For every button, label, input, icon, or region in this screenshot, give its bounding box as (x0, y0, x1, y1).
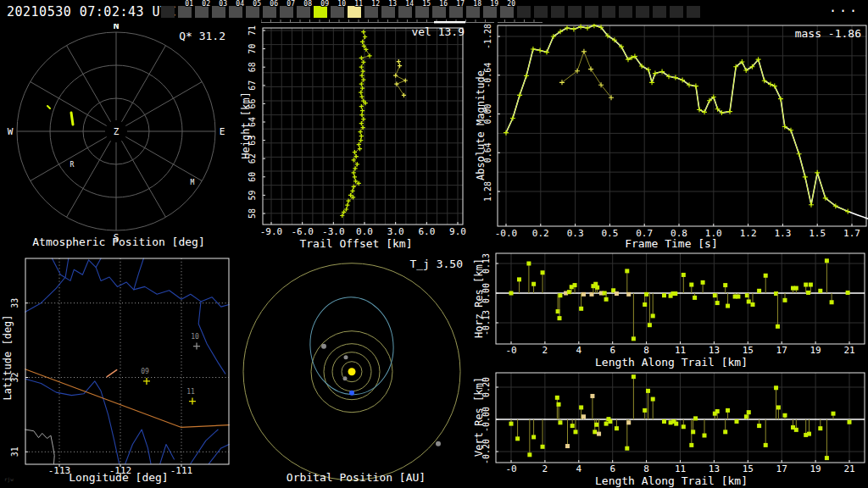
svg-text:19: 19 (810, 345, 821, 356)
frame-thumb-blank[interactable] (517, 6, 531, 18)
panel-atmospheric-position: NNSWEZRM Q* 31.2 Atmospheric Position [d… (0, 24, 237, 251)
frame-thumb-07[interactable]: 07 (280, 6, 293, 18)
svg-text:59: 59 (248, 190, 257, 200)
frame-thumb-blank[interactable] (687, 6, 700, 18)
frame-thumb-10[interactable]: 10 (331, 6, 344, 18)
frame-thumb-01[interactable]: 01 (178, 6, 192, 18)
svg-text:3.0: 3.0 (387, 226, 404, 237)
map-xlabel: Longitude [deg] (0, 471, 237, 484)
svg-text:-9.0: -9.0 (260, 226, 283, 237)
menu-dots[interactable]: ... (829, 0, 860, 15)
svg-text:33: 33 (10, 298, 19, 308)
frame-thumb-05[interactable]: 05 (246, 6, 259, 18)
panel-ground-map: 091011-113-112-111333231 Longitude [deg]… (0, 251, 237, 488)
frame-timeline[interactable] (261, 18, 549, 24)
svg-text:19: 19 (810, 463, 821, 474)
svg-text:11: 11 (675, 463, 686, 474)
meteor-analysis-app: 20210530 07:02:43 UTC 010203040506070809… (0, 0, 868, 488)
svg-text:70: 70 (248, 44, 257, 54)
map-ylabel: Latitude [deg] (2, 314, 14, 400)
svg-text:4: 4 (576, 345, 581, 356)
svg-text:-1.28: -1.28 (483, 24, 492, 49)
svg-text:6: 6 (609, 463, 615, 474)
frame-thumb-blank[interactable] (568, 6, 581, 18)
svg-text:0.0: 0.0 (356, 226, 373, 237)
panel-orbital-position: T_j 3.50 Orbital Position [AU] (237, 251, 475, 488)
top-bar: 20210530 07:02:43 UTC 010203040506070809… (0, 0, 868, 24)
vert-ylabel: Vert Res [km] (473, 377, 485, 457)
frame-thumb-blank[interactable] (551, 6, 565, 18)
frame-thumb-09[interactable]: 09 (314, 6, 327, 18)
svg-text:9.0: 9.0 (449, 226, 466, 237)
svg-text:68: 68 (248, 62, 257, 72)
svg-text:67: 67 (248, 80, 257, 91)
svg-text:17: 17 (776, 463, 787, 474)
frame-thumb-14[interactable]: 14 (398, 6, 412, 18)
horz-xlabel: Length Along Trail [km] (475, 356, 868, 369)
trail-ylabel: Height [km] (240, 92, 252, 158)
vert-res-plot: -024681113151719210.20-0.00-0.20 (475, 369, 868, 488)
planet-jupiter (436, 441, 441, 446)
frame-thumb-blank[interactable] (619, 6, 632, 18)
panel-vertical-residuals: -024681113151719210.20-0.00-0.20 Length … (475, 369, 868, 488)
svg-text:W: W (8, 126, 14, 137)
orbital-title: Orbital Position [AU] (237, 471, 475, 484)
panel-trail-offset: -9.0-6.0-3.00.03.06.09.07170686766646362… (237, 24, 475, 251)
trail-offset-plot: -9.0-6.0-3.00.03.06.09.07170686766646362… (237, 24, 475, 251)
frame-thumb-blank[interactable] (534, 6, 548, 18)
svg-text:6: 6 (609, 345, 615, 356)
frame-thumb-blank[interactable] (653, 6, 666, 18)
mag-ylabel: Absolute Magnitude (475, 70, 487, 180)
planet-mercury (343, 376, 348, 380)
svg-text:60: 60 (248, 172, 257, 182)
svg-text:58: 58 (248, 208, 257, 219)
frame-thumb-04[interactable]: 04 (229, 6, 242, 18)
frame-thumb-blank[interactable] (161, 6, 175, 18)
frame-thumb-16[interactable]: 16 (432, 6, 446, 18)
svg-text:6.0: 6.0 (418, 226, 435, 237)
frame-thumb-blank[interactable] (602, 6, 615, 18)
frame-thumb-20[interactable]: 20 (500, 6, 514, 18)
svg-text:E: E (220, 126, 225, 137)
frame-thumb-18[interactable]: 18 (466, 6, 480, 18)
frame-thumb-blank[interactable] (636, 6, 649, 18)
frame-thumb-13[interactable]: 13 (381, 6, 395, 18)
svg-text:-6.0: -6.0 (291, 226, 314, 237)
frame-thumb-blank[interactable] (585, 6, 598, 18)
svg-text:71: 71 (248, 25, 257, 36)
frame-thumb-12[interactable]: 12 (364, 6, 378, 18)
frame-thumb-06[interactable]: 06 (263, 6, 276, 18)
frame-thumb-11[interactable]: 11 (348, 6, 361, 18)
trail-xlabel: Trail Offset [km] (237, 237, 475, 250)
svg-text:4: 4 (576, 463, 581, 474)
frame-thumb-19[interactable]: 19 (483, 6, 497, 18)
frame-thumb-02[interactable]: 02 (195, 6, 209, 18)
svg-text:Z: Z (114, 126, 120, 137)
tisserand-annotation: T_j 3.50 (409, 258, 463, 270)
frame-thumb-17[interactable]: 17 (449, 6, 463, 18)
svg-text:N: N (114, 24, 120, 31)
svg-text:13: 13 (709, 463, 720, 474)
sun (348, 368, 356, 375)
svg-text:10: 10 (191, 333, 199, 341)
light-curve-plot: -0.00.20.30.50.70.81.01.21.31.51.7-1.28-… (475, 24, 868, 251)
horz-ylabel: Horz Res [km] (473, 258, 485, 338)
svg-text:1.28: 1.28 (483, 181, 492, 202)
frame-thumb-03[interactable]: 03 (212, 6, 225, 18)
frame-thumb-15[interactable]: 15 (415, 6, 429, 18)
svg-text:8: 8 (643, 463, 649, 474)
frame-thumb-blank[interactable] (670, 6, 683, 18)
svg-text:-3.0: -3.0 (322, 226, 345, 237)
timestamp: 20210530 07:02:43 UTC (7, 4, 176, 19)
svg-text:21: 21 (843, 463, 854, 474)
mass-annotation: mass -1.86 (795, 27, 861, 40)
svg-text:-0: -0 (505, 345, 516, 356)
planet-earth (349, 391, 354, 396)
svg-text:21: 21 (843, 345, 854, 356)
frame-thumb-08[interactable]: 08 (297, 6, 310, 18)
planet-venus (344, 355, 348, 359)
mag-xlabel: Frame Time [s] (475, 237, 868, 250)
svg-text:M: M (191, 179, 195, 186)
panel-horizontal-residuals: -024681113151719210.130.00-0.13 Length A… (475, 251, 868, 369)
planet-mars (321, 344, 326, 349)
